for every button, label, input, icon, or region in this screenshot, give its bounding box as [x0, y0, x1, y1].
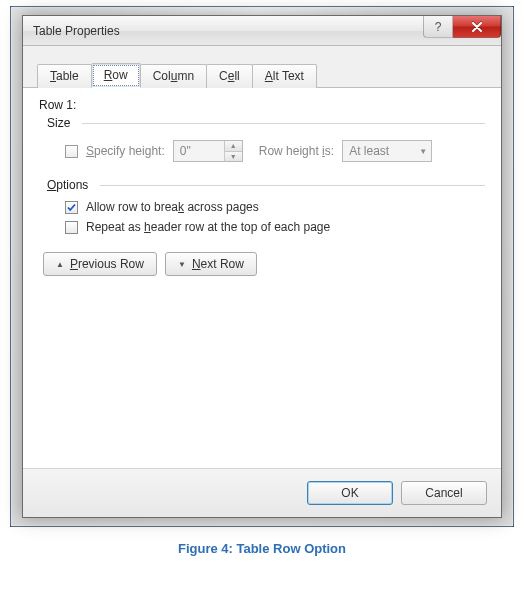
repeat-header-label: Repeat as header row at the top of each … — [86, 220, 330, 234]
tab-table[interactable]: Table — [37, 64, 92, 88]
next-row-button[interactable]: ▼ Next Row — [165, 252, 257, 276]
titlebar-buttons: ? — [423, 16, 501, 38]
row-height-select[interactable]: At least ▼ — [342, 140, 432, 162]
tab-column[interactable]: Column — [140, 64, 207, 88]
chevron-up-icon[interactable]: ▲ — [225, 141, 242, 151]
help-icon: ? — [435, 20, 442, 34]
row-height-select-value: At least — [349, 144, 389, 158]
window-title: Table Properties — [33, 24, 120, 38]
chevron-down-icon[interactable]: ▼ — [225, 151, 242, 162]
screenshot-frame: Table Properties ? Table Row Column Cell… — [10, 6, 514, 527]
dialog-footer: OK Cancel — [23, 468, 501, 517]
tabstrip: Table Row Column Cell Alt Text — [23, 46, 501, 88]
specify-height-checkbox[interactable] — [65, 145, 78, 158]
height-input[interactable]: 0" ▲ ▼ — [173, 140, 243, 162]
group-options-text: Options — [47, 178, 88, 192]
group-size-legend: Size — [47, 116, 485, 130]
group-size-text: Size — [47, 116, 70, 130]
row-height-is-label: Row height is: — [259, 144, 334, 158]
dropdown-caret-icon: ▼ — [419, 147, 427, 156]
height-value: 0" — [174, 144, 224, 158]
group-options-divider — [100, 185, 485, 186]
tab-cell[interactable]: Cell — [206, 64, 253, 88]
specify-height-label: Specify height: — [86, 144, 165, 158]
help-button[interactable]: ? — [423, 16, 453, 38]
previous-row-label: Previous Row — [70, 257, 144, 271]
group-size-divider — [82, 123, 485, 124]
next-row-label: Next Row — [192, 257, 244, 271]
group-size: Size Specify height: 0" ▲ ▼ Row height i… — [47, 116, 485, 168]
titlebar: Table Properties ? — [23, 16, 501, 46]
height-spinner[interactable]: ▲ ▼ — [224, 141, 242, 161]
tab-alt-text[interactable]: Alt Text — [252, 64, 317, 88]
ok-button[interactable]: OK — [307, 481, 393, 505]
dialog-window: Table Properties ? Table Row Column Cell… — [22, 15, 502, 518]
row-nav-buttons: ▲ Previous Row ▼ Next Row — [43, 252, 485, 276]
checkmark-icon — [66, 202, 77, 213]
close-button[interactable] — [453, 16, 501, 38]
dialog-body: Row 1: Size Specify height: 0" ▲ ▼ — [23, 88, 501, 468]
allow-break-label: Allow row to break across pages — [86, 200, 259, 214]
previous-row-button[interactable]: ▲ Previous Row — [43, 252, 157, 276]
triangle-down-icon: ▼ — [178, 260, 186, 269]
group-options-legend: Options — [47, 178, 485, 192]
cancel-button[interactable]: Cancel — [401, 481, 487, 505]
row-index-label: Row 1: — [39, 98, 485, 112]
repeat-header-checkbox[interactable] — [65, 221, 78, 234]
group-options: Options Allow row to break across pages — [47, 178, 485, 238]
tab-row[interactable]: Row — [91, 63, 141, 88]
figure-caption: Figure 4: Table Row Option — [10, 541, 514, 556]
triangle-up-icon: ▲ — [56, 260, 64, 269]
allow-break-checkbox[interactable] — [65, 201, 78, 214]
close-icon — [471, 22, 483, 32]
